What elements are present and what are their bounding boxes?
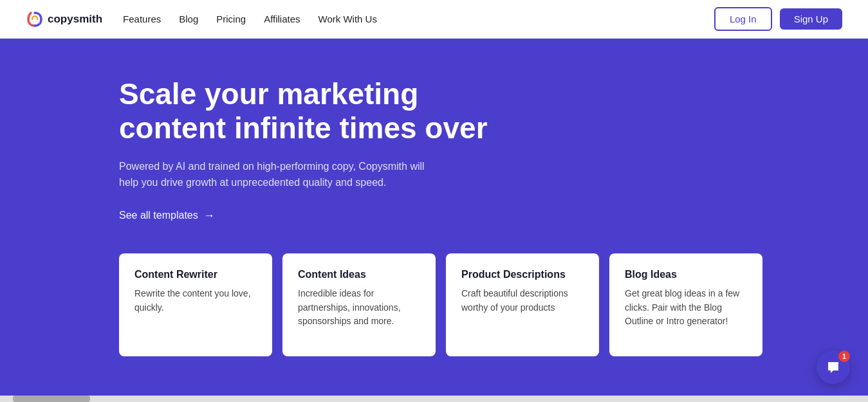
logo-icon: [26, 10, 44, 28]
nav-actions: Log In Sign Up: [714, 7, 842, 31]
card-description: Rewrite the content you love, quickly.: [134, 287, 257, 315]
nav-pricing[interactable]: Pricing: [216, 14, 246, 24]
nav-work-with-us[interactable]: Work With Us: [319, 14, 377, 24]
hero-title: Scale your marketing content infinite ti…: [119, 77, 518, 145]
logo-link[interactable]: copysmith: [26, 10, 102, 28]
nav-links: Features Blog Pricing Affiliates Work Wi…: [123, 14, 714, 24]
card-title: Product Descriptions: [461, 269, 584, 280]
nav-features[interactable]: Features: [123, 14, 161, 24]
card-description: Incredible ideas for partnerships, innov…: [298, 287, 420, 329]
card-title: Blog Ideas: [625, 269, 747, 280]
scrollbar-thumb[interactable]: [13, 396, 90, 402]
hero-subtitle: Powered by AI and trained on high-perfor…: [119, 158, 434, 191]
chat-widget[interactable]: 1: [817, 351, 850, 384]
card-title: Content Ideas: [298, 269, 420, 280]
feature-cards: Content Rewriter Rewrite the content you…: [119, 253, 762, 356]
login-button[interactable]: Log In: [714, 7, 772, 31]
card-product-descriptions[interactable]: Product Descriptions Craft beautiful des…: [446, 253, 599, 356]
arrow-icon: →: [203, 209, 215, 223]
signup-button[interactable]: Sign Up: [780, 8, 842, 30]
card-description: Craft beautiful descriptions worthy of y…: [461, 287, 584, 315]
card-content-rewriter[interactable]: Content Rewriter Rewrite the content you…: [119, 253, 272, 356]
card-title: Content Rewriter: [134, 269, 257, 280]
see-all-templates-link[interactable]: See all templates →: [119, 209, 842, 223]
card-description: Get great blog ideas in a few clicks. Pa…: [625, 287, 747, 329]
card-blog-ideas[interactable]: Blog Ideas Get great blog ideas in a few…: [609, 253, 762, 356]
card-content-ideas[interactable]: Content Ideas Incredible ideas for partn…: [282, 253, 436, 356]
navigation: copysmith Features Blog Pricing Affiliat…: [0, 0, 868, 39]
nav-blog[interactable]: Blog: [179, 14, 198, 24]
chat-badge: 1: [838, 351, 850, 362]
scrollbar-track[interactable]: [0, 396, 868, 402]
brand-name: copysmith: [48, 13, 102, 26]
cta-label: See all templates: [119, 210, 198, 221]
nav-affiliates[interactable]: Affiliates: [264, 14, 300, 24]
chat-icon: [826, 360, 841, 375]
hero-section: Scale your marketing content infinite ti…: [0, 39, 868, 402]
